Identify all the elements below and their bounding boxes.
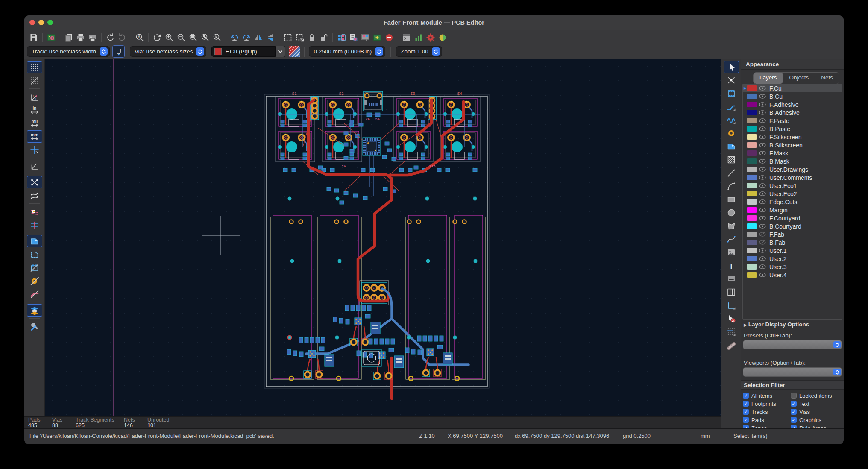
eye-icon[interactable] — [757, 167, 768, 172]
layer-color-swatch[interactable] — [747, 191, 757, 196]
route-tracks-tool-icon[interactable] — [724, 100, 739, 113]
eye-icon[interactable] — [757, 248, 768, 253]
eye-icon[interactable] — [757, 118, 768, 123]
layer-color-swatch[interactable] — [747, 85, 757, 91]
zoom-in-icon[interactable] — [163, 32, 175, 44]
layer-row-b-silkscreen[interactable]: B.Silkscreen — [743, 141, 842, 149]
eye-icon[interactable] — [757, 216, 768, 220]
polar-coords-icon[interactable]: rθ — [27, 91, 42, 103]
ratsnest-icon[interactable] — [27, 176, 42, 188]
local-ratsnest-tool-icon[interactable] — [724, 74, 739, 86]
update-pcb-from-schematic-icon[interactable] — [335, 32, 347, 44]
zoom-level-select[interactable]: Zoom 1.00 — [396, 46, 442, 57]
checkbox[interactable]: ✓ — [743, 409, 749, 415]
layer-color-swatch[interactable] — [747, 207, 757, 213]
add-circle-tool-icon[interactable] — [724, 206, 739, 219]
refresh-view-icon[interactable] — [151, 32, 163, 44]
eye-icon[interactable] — [757, 143, 768, 147]
unlock-icon[interactable] — [318, 32, 330, 44]
footprint-editor-icon[interactable] — [359, 32, 371, 44]
add-table-tool-icon[interactable] — [724, 286, 739, 298]
layer-color-swatch[interactable] — [747, 110, 757, 115]
layer-row-user-eco1[interactable]: User.Eco1 — [743, 182, 842, 190]
layer-color-swatch[interactable] — [747, 248, 757, 253]
page-settings-icon[interactable] — [63, 32, 75, 44]
layer-color-swatch[interactable] — [747, 232, 757, 237]
rotate-cw-icon[interactable] — [240, 32, 252, 44]
layer-dropdown-button[interactable] — [276, 46, 285, 57]
layer-color-swatch[interactable] — [747, 199, 757, 205]
eye-icon[interactable] — [757, 126, 768, 131]
layer-row-user-comments[interactable]: User.Comments — [743, 173, 842, 182]
layer-row-b-paste[interactable]: B.Paste — [743, 125, 842, 133]
layer-color-swatch[interactable] — [747, 215, 757, 221]
track-posture-button[interactable] — [112, 45, 125, 58]
add-dimension-tool-icon[interactable] — [724, 299, 739, 311]
layer-color-swatch[interactable] — [747, 126, 757, 132]
plot-icon[interactable] — [87, 32, 99, 44]
eye-icon[interactable] — [757, 183, 768, 188]
layer-color-swatch[interactable] — [747, 142, 757, 148]
eye-icon[interactable] — [757, 135, 768, 139]
eye-icon[interactable] — [757, 224, 768, 229]
crosshair-cursor-icon[interactable] — [27, 144, 42, 156]
active-layer-select[interactable]: F.Cu (PgUp) — [211, 46, 276, 57]
add-zone-tool-icon[interactable] — [724, 140, 739, 152]
eye-icon[interactable] — [757, 110, 768, 115]
eye-icon[interactable] — [757, 86, 768, 91]
units-inches-icon[interactable]: in — [27, 104, 42, 116]
layer-row-b-adhesive[interactable]: B.Adhesive — [743, 108, 842, 117]
pcb-canvas[interactable]: S1S2S3S42A5A 2AS1A — [45, 59, 721, 416]
grid-dots-icon[interactable] — [27, 61, 42, 73]
checkbox[interactable]: ✓ — [791, 417, 797, 423]
filter-vias[interactable]: ✓Vias — [791, 408, 810, 415]
layer-pair-indicator[interactable] — [289, 46, 300, 57]
board-setup-icon[interactable] — [45, 32, 57, 44]
units-mils-icon[interactable]: mil — [27, 117, 42, 129]
filter-graphics[interactable]: ✓Graphics — [791, 416, 821, 423]
measure-tool-icon[interactable] — [724, 339, 739, 351]
presets-select[interactable] — [743, 340, 842, 349]
layer-color-swatch[interactable] — [747, 158, 757, 164]
flip-horizontal-icon[interactable] — [252, 32, 264, 44]
layer-row-user-eco2[interactable]: User.Eco2 — [743, 190, 842, 198]
zoom-selection-icon[interactable] — [211, 32, 223, 44]
filter-pads[interactable]: ✓Pads — [743, 416, 791, 423]
highlight-nets-icon[interactable] — [27, 205, 42, 218]
layer-color-swatch[interactable] — [747, 272, 757, 278]
ungroup-icon[interactable] — [294, 32, 306, 44]
dim-inactive-layers-icon[interactable] — [27, 304, 42, 317]
layer-row-b-courtyard[interactable]: B.Courtyard — [743, 222, 842, 230]
add-arc-tool-icon[interactable] — [724, 180, 739, 192]
layer-color-swatch[interactable] — [747, 118, 757, 123]
print-icon[interactable] — [75, 32, 87, 44]
filter-locked-items[interactable]: Locked items — [791, 392, 832, 399]
flip-vertical-icon[interactable] — [264, 32, 276, 44]
filter-tracks[interactable]: ✓Tracks — [743, 408, 791, 415]
layer-color-swatch[interactable] — [747, 167, 757, 172]
redo-icon[interactable] — [116, 32, 128, 44]
eye-icon[interactable] — [757, 102, 768, 107]
checkbox[interactable] — [791, 393, 797, 399]
rotate-ccw-icon[interactable] — [229, 32, 240, 44]
layer-color-swatch[interactable] — [747, 223, 757, 229]
checkbox[interactable]: ✓ — [791, 401, 797, 407]
free-angle-icon[interactable] — [27, 160, 42, 172]
curved-ratsnest-icon[interactable] — [27, 189, 42, 202]
eye-icon[interactable] — [757, 94, 768, 99]
add-via-tool-icon[interactable] — [724, 127, 739, 139]
tune-length-tool-icon[interactable] — [724, 114, 739, 126]
layer-row-f-paste[interactable]: F.Paste — [743, 117, 842, 125]
3d-viewer-icon[interactable] — [371, 32, 383, 44]
undo-icon[interactable] — [104, 32, 116, 44]
layer-row-user-2[interactable]: User.2 — [743, 255, 842, 263]
tab-objects[interactable]: Objects — [783, 73, 815, 84]
eye-icon[interactable] — [757, 199, 768, 204]
add-textbox-tool-icon[interactable] — [724, 273, 739, 285]
zoom-fit-page-icon[interactable] — [187, 32, 199, 44]
lock-icon[interactable] — [306, 32, 318, 44]
layer-row-b-fab[interactable]: B.Fab — [743, 238, 842, 246]
erc-icon[interactable] — [383, 32, 395, 44]
sketch-pads-icon[interactable] — [27, 275, 42, 287]
track-width-select[interactable]: Track: use netclass width — [27, 46, 110, 57]
